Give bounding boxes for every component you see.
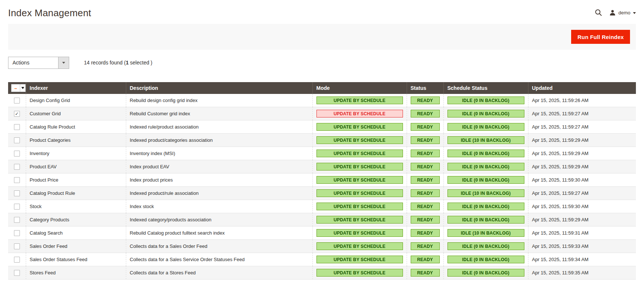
cell-indexer: Catalog Search <box>26 226 126 240</box>
schedule-status-badge: IDLE (10 IN BACKLOG) <box>447 189 524 197</box>
mode-badge: UPDATE BY SCHEDULE <box>316 176 403 184</box>
row-checkbox[interactable] <box>14 243 20 249</box>
cell-description: Indexed rule/product association <box>126 120 312 134</box>
index-management-table: – Indexer Description Mode Status Schedu… <box>8 82 636 280</box>
cell-indexer: Product Categories <box>26 134 126 147</box>
mode-badge: UPDATE BY SCHEDULE <box>316 96 403 104</box>
cell-indexer: Sales Order Statuses Feed <box>26 253 126 266</box>
table-row: Category Products Indexed category/produ… <box>8 213 636 226</box>
cell-updated: Apr 15, 2025, 11:59:26 AM <box>528 94 636 107</box>
column-header-indexer: Indexer <box>26 82 126 94</box>
table-row: Inventory Inventory index (MSI) UPDATE B… <box>8 147 636 160</box>
cell-updated: Apr 15, 2025, 11:59:33 AM <box>528 240 636 253</box>
cell-description: Indexed product/rule association <box>126 187 312 200</box>
mode-badge: UPDATE BY SCHEDULE <box>316 150 403 157</box>
cell-updated: Apr 15, 2025, 11:59:29 AM <box>528 147 636 160</box>
row-checkbox[interactable] <box>14 190 20 196</box>
table-row: Stock Index stock UPDATE BY SCHEDULE REA… <box>8 200 636 213</box>
status-badge: READY <box>411 216 440 224</box>
row-checkbox[interactable] <box>14 204 20 210</box>
table-header-row: – Indexer Description Mode Status Schedu… <box>8 82 636 94</box>
cell-updated: Apr 15, 2025, 11:59:29 AM <box>528 160 636 173</box>
table-row: Product EAV Index product EAV UPDATE BY … <box>8 160 636 173</box>
actions-dropdown-label: Actions <box>8 60 29 66</box>
search-icon[interactable] <box>595 9 602 16</box>
cell-updated: Apr 15, 2025, 11:59:27 AM <box>528 187 636 200</box>
schedule-status-badge: IDLE (0 IN BACKLOG) <box>447 123 524 131</box>
column-header-description: Description <box>126 82 312 94</box>
row-checkbox[interactable] <box>14 164 20 170</box>
cell-updated: Apr 15, 2025, 11:59:34 AM <box>528 253 636 266</box>
schedule-status-badge: IDLE (0 IN BACKLOG) <box>447 242 524 250</box>
actions-dropdown[interactable]: Actions <box>8 57 69 69</box>
select-all-dropdown[interactable]: – <box>11 84 26 92</box>
status-badge: READY <box>411 163 440 171</box>
cell-indexer: Catalog Rule Product <box>26 120 126 134</box>
schedule-status-badge: IDLE (0 IN BACKLOG) <box>447 256 524 263</box>
row-checkbox[interactable] <box>14 270 20 276</box>
cell-updated: Apr 15, 2025, 11:59:27 AM <box>528 107 636 120</box>
row-checkbox[interactable]: ✓ <box>14 111 20 117</box>
records-suffix-text: selected ) <box>128 60 152 66</box>
schedule-status-badge: IDLE (0 IN BACKLOG) <box>447 203 524 210</box>
row-checkbox[interactable] <box>14 151 20 157</box>
cell-description: Collects data for a Sales Service Order … <box>126 253 312 266</box>
row-checkbox[interactable] <box>14 137 20 143</box>
column-header-select: – <box>8 82 26 94</box>
cell-updated: Apr 15, 2025, 11:59:27 AM <box>528 120 636 134</box>
cell-description: Collects data for a Sales Order Feed <box>126 240 312 253</box>
row-checkbox[interactable] <box>14 230 20 236</box>
row-checkbox[interactable] <box>14 257 20 263</box>
status-badge: READY <box>411 96 440 104</box>
header-actions: demo <box>595 9 636 16</box>
cell-updated: Apr 15, 2025, 11:59:29 AM <box>528 213 636 226</box>
table-row: Catalog Product Rule Indexed product/rul… <box>8 187 636 200</box>
row-checkbox[interactable] <box>14 217 20 223</box>
cell-description: Rebuild design config grid index <box>126 94 312 107</box>
mode-badge: UPDATE BY SCHEDULE <box>316 216 403 224</box>
row-checkbox[interactable] <box>14 98 20 103</box>
cell-indexer: Sales Order Feed <box>26 240 126 253</box>
schedule-status-badge: IDLE (10 IN BACKLOG) <box>447 136 524 144</box>
user-icon <box>609 10 616 16</box>
status-badge: READY <box>411 123 440 131</box>
user-menu[interactable]: demo <box>609 10 636 16</box>
chevron-down-icon <box>62 62 65 64</box>
cell-updated: Apr 15, 2025, 11:59:29 AM <box>528 134 636 147</box>
column-header-schedule-status: Schedule Status <box>443 82 528 94</box>
cell-description: Index product EAV <box>126 160 312 173</box>
mode-badge: UPDATE BY SCHEDULE <box>316 256 403 263</box>
cell-updated: Apr 15, 2025, 11:59:31 AM <box>528 226 636 240</box>
table-row: Catalog Rule Product Indexed rule/produc… <box>8 120 636 134</box>
row-checkbox[interactable] <box>14 124 20 130</box>
status-badge: READY <box>411 110 440 117</box>
cell-indexer: Stock <box>26 200 126 213</box>
select-all-arrow[interactable] <box>20 84 25 92</box>
cell-description: Index product prices <box>126 173 312 187</box>
cell-indexer: Product EAV <box>26 160 126 173</box>
status-badge: READY <box>411 269 440 277</box>
page-header: Index Management demo <box>0 0 644 19</box>
cell-indexer: Catalog Product Rule <box>26 187 126 200</box>
cell-updated: Apr 15, 2025, 11:59:30 AM <box>528 173 636 187</box>
cell-description: Index stock <box>126 200 312 213</box>
status-badge: READY <box>411 150 440 157</box>
mode-badge: UPDATE BY SCHEDULE <box>316 123 403 131</box>
cell-updated: Apr 15, 2025, 11:59:35 AM <box>528 266 636 280</box>
schedule-status-badge: IDLE (0 IN BACKLOG) <box>447 110 524 117</box>
table-row: Stores Feed Collects data for a Stores F… <box>8 266 636 280</box>
cell-description: Rebuild Customer grid index <box>126 107 312 120</box>
cell-indexer: Category Products <box>26 213 126 226</box>
mode-badge: UPDATE BY SCHEDULE <box>316 229 403 237</box>
user-name: demo <box>618 10 630 15</box>
actions-dropdown-arrow[interactable] <box>58 57 69 69</box>
row-checkbox[interactable] <box>14 177 20 183</box>
index-table-body: Design Config Grid Rebuild design config… <box>8 94 636 280</box>
mode-badge: UPDATE BY SCHEDULE <box>316 242 403 250</box>
run-full-reindex-button[interactable]: Run Full Reindex <box>571 30 630 44</box>
cell-indexer: Customer Grid <box>26 107 126 120</box>
table-row: Sales Order Statuses Feed Collects data … <box>8 253 636 266</box>
indeterminate-checkbox-icon: – <box>11 84 20 92</box>
status-badge: READY <box>411 189 440 197</box>
cell-indexer: Design Config Grid <box>26 94 126 107</box>
